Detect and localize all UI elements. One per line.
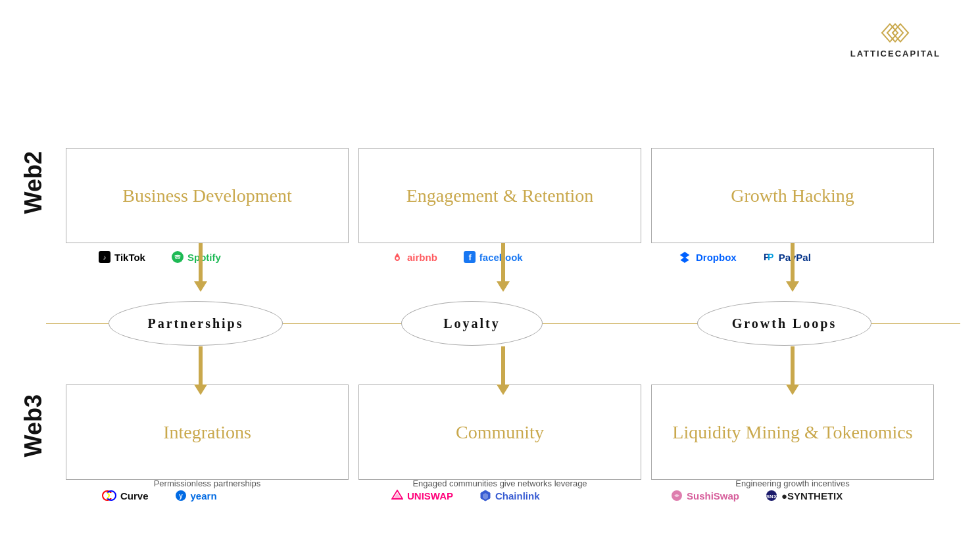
airbnb-label: airbnb [407, 252, 437, 263]
web2-label: Web2 [20, 151, 47, 214]
chainlink-label: Chainlink [495, 490, 540, 502]
web3-label: Web3 [20, 394, 47, 457]
box-liquidity-mining: Liquidity Mining & Tokenomics [651, 385, 934, 480]
brand-yearn: y yearn [175, 490, 217, 502]
box-growth-hacking: Growth Hacking [651, 148, 934, 243]
oval-loyalty-text: Loyalty [443, 316, 501, 331]
box-engret-title: Engagement & Retention [406, 185, 594, 206]
oval-partnerships: Partnerships [109, 301, 283, 346]
yearn-label: yearn [191, 490, 217, 502]
box-integ-title: Integrations [163, 422, 251, 443]
sushiswap-icon [671, 490, 683, 502]
brand-dropbox: Dropbox [677, 251, 737, 263]
brand-uniswap: UNISWAP [391, 490, 453, 502]
chainlink-icon [479, 490, 491, 502]
box-liq-title: Liquidity Mining & Tokenomics [672, 422, 912, 443]
page: LATTICECAPITAL Web2 Web3 Business Develo… [0, 0, 980, 560]
brands-liq: SushiSwap SNX ●SYNTHETIX [671, 490, 843, 502]
oval-growth-loops: Growth Loops [697, 301, 871, 346]
uniswap-label: UNISWAP [407, 490, 453, 502]
caption-liquidity: Engineering growth incentives [651, 478, 934, 488]
caption-community: Engaged communities give networks levera… [358, 478, 641, 488]
arrow-partnerships-to-integ [194, 346, 207, 395]
synthetix-label: ●SYNTHETIX [781, 490, 843, 502]
box-business-development: Business Development [66, 148, 349, 243]
logo-text: LATTICECAPITAL [850, 49, 941, 58]
box-growth-title: Growth Hacking [731, 185, 854, 206]
arrow-engret-to-loyalty [497, 243, 510, 292]
brand-tiktok: ♪ TikTok [99, 251, 145, 263]
brand-chainlink: Chainlink [479, 490, 540, 502]
brand-airbnb: airbnb [391, 251, 437, 263]
brand-curve: Curve [102, 490, 149, 502]
svg-text:SNX: SNX [766, 494, 777, 500]
sushiswap-label: SushiSwap [687, 490, 739, 502]
paypal-icon: P P [763, 251, 775, 263]
tiktok-icon: ♪ [99, 251, 110, 263]
svg-text:♪: ♪ [103, 254, 107, 261]
synthetix-icon: SNX [766, 490, 777, 502]
tiktok-label: TikTok [114, 252, 145, 263]
facebook-icon: f [464, 251, 476, 263]
svg-point-3 [396, 257, 399, 260]
yearn-icon: y [175, 490, 187, 502]
caption-integrations: Permissionless partnerships [66, 478, 349, 488]
oval-loyalty: Loyalty [401, 301, 543, 346]
brands-integ: Curve y yearn [102, 490, 217, 502]
arrow-bdev-to-partnerships [194, 243, 207, 292]
box-engagement-retention: Engagement & Retention [358, 148, 641, 243]
arrow-growth-to-growthloops [786, 243, 799, 292]
brands-comm: UNISWAP Chainlink [391, 490, 540, 502]
curve-icon [102, 490, 116, 502]
box-community: Community [358, 385, 641, 480]
brand-facebook: f facebook [464, 251, 523, 263]
airbnb-icon [391, 251, 403, 263]
lattice-logo-icon [875, 20, 915, 46]
arrow-growthloops-to-liq [786, 346, 799, 395]
logo-area: LATTICECAPITAL [850, 20, 941, 58]
oval-partnerships-text: Partnerships [148, 316, 244, 331]
brand-sushiswap: SushiSwap [671, 490, 739, 502]
svg-text:f: f [468, 252, 472, 262]
box-integrations: Integrations [66, 385, 349, 480]
svg-text:P: P [768, 252, 773, 262]
spotify-icon [172, 251, 184, 263]
curve-label: Curve [120, 490, 149, 502]
dropbox-label: Dropbox [696, 252, 737, 263]
box-comm-title: Community [456, 422, 544, 443]
dropbox-icon [677, 251, 692, 263]
uniswap-icon [391, 490, 403, 502]
brand-synthetix: SNX ●SYNTHETIX [766, 490, 843, 502]
box-bdev-title: Business Development [122, 185, 291, 206]
svg-marker-8 [681, 258, 689, 263]
svg-text:y: y [179, 492, 183, 500]
arrow-loyalty-to-comm [497, 346, 510, 395]
oval-growthloops-text: Growth Loops [732, 316, 837, 331]
svg-marker-7 [681, 252, 689, 258]
